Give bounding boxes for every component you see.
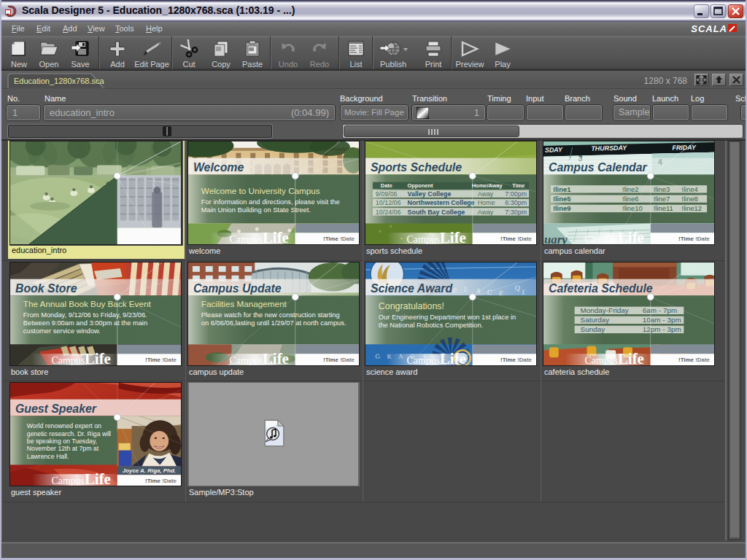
svg-text:!line3: !line3 — [654, 185, 670, 193]
svg-text:Away: Away — [478, 209, 494, 216]
svg-text:on 6/06/06,lasting until 1/29/: on 6/06/06,lasting until 1/29/07 at nort… — [201, 319, 347, 326]
svg-text:Between 9:00am and 3:00pm at t: Between 9:00am and 3:00pm at the main — [23, 319, 147, 326]
svg-text:Welcome: Welcome — [193, 161, 244, 174]
svg-text:Campus Calendar: Campus Calendar — [549, 161, 648, 174]
svg-text:Monday-Friday: Monday-Friday — [581, 306, 629, 314]
svg-text:!Time !Date: !Time !Date — [500, 357, 533, 363]
svg-text:Away: Away — [478, 190, 494, 198]
svg-text:THURSDAY: THURSDAY — [591, 144, 627, 152]
svg-text:Science Award: Science Award — [371, 282, 453, 295]
svg-text:!Time !Date: !Time !Date — [323, 236, 355, 242]
svg-text:12pm - 3pm: 12pm - 3pm — [643, 325, 681, 333]
svg-text:South Bay College: South Bay College — [408, 209, 465, 216]
svg-text:6am - 7pm: 6am - 7pm — [643, 306, 677, 314]
svg-text:!Time !Date: !Time !Date — [323, 357, 355, 363]
svg-text:!line4: !line4 — [681, 185, 697, 193]
svg-text:Campus Update: Campus Update — [193, 282, 282, 295]
svg-text:FRIDAY: FRIDAY — [672, 144, 697, 152]
svg-text:Date: Date — [381, 182, 392, 189]
svg-text:9/09/06: 9/09/06 — [376, 190, 398, 198]
svg-text:!line7: !line7 — [654, 195, 670, 203]
svg-text:!Time !Date: !Time !Date — [145, 478, 177, 484]
svg-text:Saturday: Saturday — [581, 316, 610, 324]
svg-text:!line1: !line1 — [553, 185, 571, 193]
svg-text:10/24/06: 10/24/06 — [376, 209, 401, 216]
svg-text:!Time !Date: !Time !Date — [145, 357, 177, 363]
svg-text:World renowned expert on: World renowned expert on — [27, 422, 101, 429]
svg-text:genetic research. Dr. Riga wil: genetic research. Dr. Riga will — [27, 430, 111, 438]
svg-text:Opponent: Opponent — [408, 182, 434, 189]
svg-text:!line9: !line9 — [553, 204, 571, 212]
svg-text:Home/Away: Home/Away — [472, 182, 503, 189]
svg-text:!line2: !line2 — [622, 185, 638, 193]
svg-text:6:30pm: 6:30pm — [505, 199, 527, 206]
svg-text:Valley College: Valley College — [408, 190, 452, 198]
svg-text:Northwestern College: Northwestern College — [408, 199, 475, 206]
svg-text:Sunday: Sunday — [581, 325, 605, 333]
svg-text:Time: Time — [512, 182, 525, 189]
svg-text:Sports Schedule: Sports Schedule — [371, 161, 462, 174]
svg-text:!Time !Date: !Time !Date — [678, 236, 711, 242]
svg-text:!line11: !line11 — [654, 204, 673, 212]
svg-text:Lawrence Hall.: Lawrence Hall. — [27, 453, 69, 460]
svg-text:Home: Home — [478, 199, 495, 206]
svg-text:From Monday, 9/12/06 to Friday: From Monday, 9/12/06 to Friday, 9/23/06. — [23, 311, 147, 318]
svg-text:Main Union Building on State S: Main Union Building on State Street. — [201, 206, 311, 214]
svg-text:Please watch for the new const: Please watch for the new construction st… — [201, 311, 340, 318]
svg-text:10/12/06: 10/12/06 — [376, 199, 401, 206]
svg-text:Congratulations!: Congratulations! — [379, 301, 444, 311]
svg-text:!line8: !line8 — [681, 195, 697, 203]
svg-text:SDAY: SDAY — [545, 146, 563, 154]
svg-text:Joyce A. Riga, Phd.: Joyce A. Riga, Phd. — [123, 467, 176, 474]
svg-text:Our Engineering Department won: Our Engineering Department won 1st place… — [379, 313, 516, 320]
svg-text:!line6: !line6 — [622, 195, 638, 203]
svg-text:uary: uary — [544, 233, 568, 245]
svg-text:customer service window.: customer service window. — [23, 327, 101, 334]
svg-text:7:30pm: 7:30pm — [505, 209, 527, 216]
svg-text:November 12th at 7pm at: November 12th at 7pm at — [27, 445, 99, 452]
svg-text:the National Robotics Competit: the National Robotics Competition. — [379, 321, 483, 328]
svg-text:!line5: !line5 — [553, 195, 571, 203]
svg-text:!line12: !line12 — [681, 204, 702, 212]
svg-text:Cafeteria Schedule: Cafeteria Schedule — [549, 282, 653, 295]
svg-text:Guest Speaker: Guest Speaker — [15, 402, 97, 415]
svg-text:For information and directions: For information and directions, please v… — [201, 198, 340, 206]
svg-text:Book Store: Book Store — [15, 282, 77, 295]
svg-text:!Time !Date: !Time !Date — [500, 236, 533, 242]
svg-text:Facilities Management: Facilities Management — [201, 299, 287, 308]
svg-text:!Time !Date: !Time !Date — [678, 357, 711, 363]
svg-text:10am - 3pm: 10am - 3pm — [643, 316, 681, 324]
svg-text:7:00pm: 7:00pm — [505, 190, 527, 198]
svg-text:be speaking on Tuesday,: be speaking on Tuesday, — [27, 438, 97, 445]
svg-text:Welcome to University Campus: Welcome to University Campus — [201, 186, 320, 195]
